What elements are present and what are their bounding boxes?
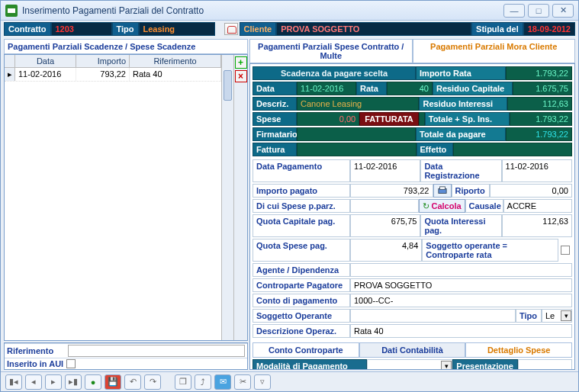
totale-sp-label: Totale + Sp. Ins.	[425, 112, 510, 126]
svg-rect-1	[439, 187, 445, 189]
confirm-button[interactable]: ●	[85, 374, 101, 390]
col-riferimento[interactable]: Riferimento	[130, 55, 221, 67]
tool-mail-button[interactable]: ✉	[214, 374, 231, 390]
payments-grid: Data Importo Riferimento ▸ 11-02-2016 79…	[4, 54, 248, 341]
nav-last-button[interactable]: ▸▮	[65, 374, 82, 390]
grid-scrollbar[interactable]	[221, 55, 233, 340]
chevron-down-icon: ▾	[561, 310, 571, 321]
redo-button[interactable]: ↷	[144, 374, 161, 390]
app-icon	[5, 5, 18, 17]
nav-next-button[interactable]: ▸	[45, 374, 62, 390]
modalita-pagamento-label: Modalità di Pagamento	[253, 359, 367, 370]
bottom-toolbar: ▮◂ ◂ ▸ ▸▮ ● 💾 ↶ ↷ ❐ ⤴ ✉ ✂ ▿	[1, 371, 578, 391]
cliente-label: Cliente	[240, 22, 277, 36]
maximize-button[interactable]: □	[528, 4, 549, 18]
minimize-button[interactable]: —	[503, 4, 525, 18]
soggetto-operante-input[interactable]	[350, 309, 516, 323]
grid-add-button[interactable]: +	[235, 56, 247, 69]
spese-pparz-label: Di cui Spese p.parz.	[253, 199, 350, 213]
row-selector[interactable]: ▸	[5, 68, 15, 81]
scad-rata-label: Rata	[356, 82, 387, 95]
aui-checkbox[interactable]	[66, 359, 76, 368]
subtab-dettaglio-spese[interactable]: Dettaglio Spese	[465, 342, 572, 358]
tipo-so-select[interactable]: Le▾	[542, 309, 572, 323]
cell-riferimento: Rata 40	[130, 68, 221, 81]
totale-pagare-value: 1.793,22	[506, 127, 572, 141]
contratto-value: 1203	[51, 22, 112, 36]
scadenza-title: Scadenza da pagare scelta	[253, 66, 416, 80]
tool-export-button[interactable]: ⤴	[195, 374, 211, 390]
quota-spese-input[interactable]: 4,84	[350, 239, 422, 262]
presentazione-label: Presentazione	[452, 359, 518, 370]
undo-button[interactable]: ↶	[124, 374, 141, 390]
spese-pparz-input[interactable]	[350, 199, 419, 213]
table-row[interactable]: ▸ 11-02-2016 793,22 Rata 40	[5, 68, 221, 82]
tool-filter-button[interactable]: ▿	[254, 374, 271, 390]
main-panel: Scadenza da pagare scelta Importo Rata 1…	[249, 63, 575, 370]
descrizione-operaz-input[interactable]: Rata 40	[350, 324, 572, 338]
client-icon[interactable]	[224, 23, 238, 35]
soggetto-eq-checkbox[interactable]	[561, 246, 570, 255]
print-button[interactable]	[433, 184, 452, 198]
data-pagamento-input[interactable]: 11-02-2016	[350, 159, 420, 182]
tipo-so-label: Tipo	[516, 309, 542, 323]
tab-scadenze[interactable]: Pagamenti Parziali Scadenze / Spese Scad…	[4, 39, 248, 54]
spese-value: 0,00	[297, 112, 359, 126]
grid-rowhead	[5, 55, 15, 67]
col-importo[interactable]: Importo	[76, 55, 130, 67]
tool-cut-button[interactable]: ✂	[234, 374, 251, 390]
quota-interessi-input[interactable]: 112,63	[502, 214, 572, 237]
causale-input[interactable]: ACCRE	[503, 199, 572, 213]
firmatario-label: Firmatario	[253, 127, 297, 141]
left-footer: Riferimento Inserito in AUI	[4, 342, 248, 370]
conto-pagamento-input[interactable]: 1000--CC-	[350, 294, 572, 307]
data-registrazione-input[interactable]: 11-02-2016	[502, 159, 572, 182]
agente-input[interactable]	[350, 263, 572, 277]
residuo-capitale-value: 1.675,75	[513, 82, 572, 95]
scad-data-label: Data	[253, 82, 297, 95]
controparte-pagatore-input[interactable]: PROVA SOGGETTO	[350, 278, 572, 292]
nav-prev-button[interactable]: ◂	[25, 374, 42, 390]
presentazione-input[interactable]	[518, 359, 572, 370]
importo-pagato-input[interactable]: 793,22	[350, 184, 433, 198]
effetto-label: Effetto	[417, 143, 453, 156]
agente-label: Agente / Dipendenza	[253, 263, 350, 277]
conto-pagamento-label: Conto di pagamento	[253, 294, 350, 307]
tab-mora-cliente[interactable]: Pagamenti Parziali Mora Cliente	[413, 39, 576, 63]
calcola-button[interactable]: ↻Calcola	[419, 199, 465, 213]
cell-data: 11-02-2016	[15, 68, 76, 81]
spese-label: Spese	[253, 112, 297, 126]
close-button[interactable]: ✕	[552, 4, 574, 18]
stipula-label: Stipula del	[471, 22, 523, 36]
soggetto-operante-label: Soggetto Operante	[253, 309, 350, 323]
descriz-label: Descriz.	[253, 97, 297, 111]
residuo-interessi-label: Residuo Interessi	[419, 97, 507, 111]
header-bar: Contratto 1203 Tipo Leasing Cliente PROV…	[1, 21, 578, 37]
descrizione-operaz-label: Descrizione Operaz.	[253, 324, 350, 338]
subtab-conto-controparte[interactable]: Conto Controparte	[253, 342, 359, 358]
modalita-pagamento-select[interactable]: ▾	[367, 359, 452, 370]
quota-capitale-label: Quota Capitale pag.	[253, 214, 350, 237]
subtab-dati-contabilita[interactable]: Dati Contabilità	[359, 342, 466, 358]
left-column: Pagamenti Parziali Scadenze / Spese Scad…	[4, 39, 248, 370]
controparte-pagatore-label: Controparte Pagatore	[253, 278, 350, 292]
grid-delete-button[interactable]: ×	[235, 70, 247, 82]
importo-rata-value: 1.793,22	[506, 66, 572, 80]
quota-capitale-input[interactable]: 675,75	[350, 214, 420, 237]
col-data[interactable]: Data	[15, 55, 76, 67]
nav-first-button[interactable]: ▮◂	[5, 374, 22, 390]
importo-pagato-label: Importo pagato	[253, 184, 350, 198]
contratto-label: Contratto	[4, 22, 51, 36]
stipula-value: 18-09-2012	[523, 22, 575, 36]
riferimento-input[interactable]	[68, 345, 245, 357]
tool-copy-button[interactable]: ❐	[175, 374, 191, 390]
importo-rata-label: Importo Rata	[416, 66, 506, 80]
app-window: Inserimento Pagamenti Parziali del Contr…	[0, 0, 579, 392]
tab-spese-contratto[interactable]: Pagamenti Parziali Spese Contratto / Mul…	[249, 39, 413, 63]
right-column: Pagamenti Parziali Spese Contratto / Mul…	[249, 39, 575, 370]
save-button[interactable]: 💾	[105, 374, 121, 390]
data-registrazione-label: Data Registrazione	[420, 159, 501, 182]
aui-label: Inserito in AUI	[7, 359, 63, 368]
riporto-value: 0,00	[490, 184, 573, 198]
cliente-value: PROVA SOGGETTO	[276, 22, 471, 36]
